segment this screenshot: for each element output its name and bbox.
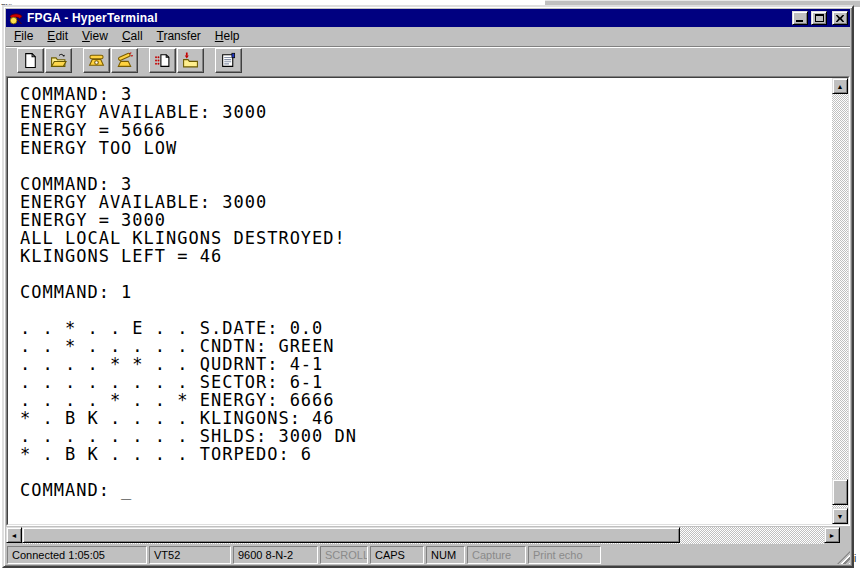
properties-icon	[220, 52, 237, 69]
status-num-lock: NUM	[426, 546, 465, 564]
toolbar	[6, 46, 850, 74]
desktop-screen: mc i FPGA - HyperTerminal File Edi	[0, 0, 860, 574]
scroll-up-button[interactable]: ▲	[832, 78, 848, 94]
menu-view[interactable]: View	[75, 27, 115, 46]
maximize-button[interactable]	[811, 11, 827, 25]
terminal-frame: COMMAND: 3 ENERGY AVAILABLE: 3000 ENERGY…	[6, 76, 850, 526]
background-window-fragment-right: i	[854, 553, 856, 564]
menu-file[interactable]: File	[7, 27, 40, 46]
status-caps-lock: CAPS	[370, 546, 424, 564]
horizontal-scrollbar[interactable]: ◄ ►	[6, 527, 840, 544]
new-document-icon	[22, 52, 39, 69]
vertical-scroll-track[interactable]	[832, 94, 848, 508]
status-scroll-lock: SCROLL	[320, 546, 368, 564]
up-arrow-icon: ▲	[837, 83, 844, 90]
vertical-scrollbar[interactable]: ▲ ▼	[832, 78, 848, 524]
send-button[interactable]	[149, 48, 176, 73]
status-print-echo: Print echo	[528, 546, 601, 564]
menu-help[interactable]: Help	[208, 27, 247, 46]
menu-transfer[interactable]: Transfer	[150, 27, 208, 46]
maximize-icon	[815, 14, 824, 22]
down-arrow-icon: ▼	[837, 513, 844, 520]
status-capture: Capture	[467, 546, 526, 564]
left-arrow-icon: ◄	[11, 532, 18, 539]
properties-button[interactable]	[215, 48, 242, 73]
scroll-down-button[interactable]: ▼	[832, 508, 848, 524]
close-icon	[836, 15, 844, 22]
minimize-icon	[796, 20, 803, 22]
vertical-scroll-thumb[interactable]	[832, 479, 848, 505]
call-button[interactable]	[83, 48, 110, 73]
right-arrow-icon: ►	[829, 532, 836, 539]
receive-button[interactable]	[177, 48, 204, 73]
menu-edit[interactable]: Edit	[40, 27, 75, 46]
open-folder-icon	[50, 52, 67, 69]
hyperterminal-phone-icon	[8, 10, 24, 26]
statusbar: Connected 1:05:05 VT52 9600 8-N-2 SCROLL…	[6, 546, 850, 564]
resize-grip[interactable]	[837, 551, 850, 564]
scroll-left-button[interactable]: ◄	[6, 527, 22, 543]
receive-folder-icon	[182, 52, 199, 69]
status-connection: Connected 1:05:05	[7, 546, 147, 564]
call-phone-icon	[88, 52, 105, 69]
hyperterminal-window: FPGA - HyperTerminal File Edit View Call…	[2, 5, 854, 568]
menubar: File Edit View Call Transfer Help	[6, 27, 850, 46]
open-button[interactable]	[45, 48, 72, 73]
titlebar[interactable]: FPGA - HyperTerminal	[6, 9, 850, 27]
terminal-output[interactable]: COMMAND: 3 ENERGY AVAILABLE: 3000 ENERGY…	[8, 78, 832, 524]
status-emulation: VT52	[149, 546, 231, 564]
scroll-right-button[interactable]: ►	[824, 527, 840, 543]
horizontal-scroll-thumb[interactable]	[22, 527, 680, 543]
menu-call[interactable]: Call	[115, 27, 150, 46]
new-button[interactable]	[17, 48, 44, 73]
horizontal-scroll-track[interactable]	[22, 527, 824, 544]
window-title: FPGA - HyperTerminal	[27, 11, 789, 25]
disconnect-phone-icon	[116, 52, 133, 69]
disconnect-button[interactable]	[111, 48, 138, 73]
send-file-icon	[154, 52, 171, 69]
minimize-button[interactable]	[792, 11, 808, 25]
close-button[interactable]	[832, 11, 848, 25]
status-baud: 9600 8-N-2	[233, 546, 318, 564]
